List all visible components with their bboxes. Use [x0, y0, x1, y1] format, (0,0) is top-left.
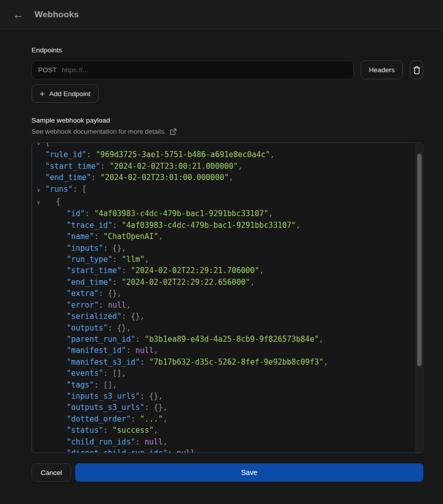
add-endpoint-label: Add Endpoint: [49, 90, 90, 98]
code-line[interactable]: "extra": {},: [32, 288, 415, 299]
headers-button[interactable]: Headers: [361, 61, 403, 79]
code-line[interactable]: "inputs": {},: [32, 243, 415, 254]
code-text: "parent_run_id": "b3b1ea89-e43d-4a25-8cb…: [45, 334, 324, 345]
fold-chevron-icon[interactable]: ∨: [32, 197, 45, 208]
code-text: "name": "ChatOpenAI",: [45, 231, 163, 242]
http-method-label: POST: [38, 66, 57, 74]
code-line[interactable]: ∨{: [32, 142, 415, 149]
code-line[interactable]: "child_run_ids": null,: [32, 436, 415, 448]
code-text: "events": [],: [45, 368, 126, 379]
webhook-docs-link-label: See webhook documentation for more detai…: [31, 128, 166, 135]
code-text: "manifest_s3_id": "7b17b632-d35c-5262-8f…: [45, 357, 328, 368]
header: ← Webhooks: [0, 0, 443, 29]
code-text: "rule_id": "969d3725-3ae1-5751-b486-a691…: [45, 149, 275, 160]
delete-endpoint-button[interactable]: [410, 61, 423, 79]
payload-code-editor[interactable]: ∨{"rule_id": "969d3725-3ae1-5751-b486-a6…: [31, 142, 423, 453]
code-text: "status": "success",: [45, 425, 159, 436]
code-text: "inputs_s3_urls": {},: [45, 391, 163, 402]
code-line[interactable]: "end_time": "2024-02-02T22:29:22.656000"…: [32, 277, 415, 288]
add-endpoint-button[interactable]: + Add Endpoint: [31, 84, 99, 103]
code-line[interactable]: "inputs_s3_urls": {},: [32, 391, 415, 402]
code-line[interactable]: "outputs": {},: [32, 322, 415, 334]
code-line[interactable]: "outputs_s3_urls": {},: [32, 402, 415, 413]
code-line[interactable]: "error": null,: [32, 300, 415, 311]
code-text: "id": "4af03983-c4dc-479b-bac1-9291bbc33…: [45, 208, 273, 219]
main-content: Endpoints POST Headers + Add Endpoint Sa…: [0, 46, 443, 482]
endpoint-url-input[interactable]: [62, 66, 347, 74]
code-text: "serialized": {},: [45, 311, 145, 322]
code-line[interactable]: "parent_run_id": "b3b1ea89-e43d-4a25-8cb…: [32, 334, 415, 345]
code-text: "trace_id": "4af03983-c4dc-479b-bac1-929…: [45, 220, 301, 231]
code-text: "tags": [],: [45, 379, 117, 391]
code-line[interactable]: "end_time": "2024-02-02T23:01:00.000000"…: [32, 172, 415, 183]
back-button[interactable]: ←: [11, 8, 25, 22]
code-lines: ∨{"rule_id": "969d3725-3ae1-5751-b486-a6…: [32, 142, 423, 453]
code-line[interactable]: "trace_id": "4af03983-c4dc-479b-bac1-929…: [32, 220, 415, 231]
code-text: "outputs": {},: [45, 322, 131, 334]
code-line[interactable]: "dotted_order": "...",: [32, 413, 415, 425]
save-button[interactable]: Save: [75, 463, 423, 482]
code-text: "error": null,: [45, 300, 131, 311]
code-text: "start_time": "2024-02-02T22:29:21.70600…: [45, 265, 264, 276]
code-text: "extra": {},: [45, 288, 121, 299]
trash-icon: [413, 66, 421, 75]
code-line[interactable]: "start_time": "2024-02-02T23:00:21.00000…: [32, 161, 415, 172]
code-text: "end_time": "2024-02-02T23:01:00.000000"…: [45, 172, 233, 183]
code-text: "start_time": "2024-02-02T23:00:21.00000…: [45, 161, 242, 172]
code-line[interactable]: "tags": [],: [32, 379, 415, 391]
code-text: "direct_child_run_ids": null: [45, 448, 195, 453]
footer-actions: Cancel Save: [31, 463, 423, 482]
code-line[interactable]: "run_type": "llm",: [32, 254, 415, 265]
code-line[interactable]: "rule_id": "969d3725-3ae1-5751-b486-a691…: [32, 149, 415, 160]
external-link-icon: [170, 128, 177, 135]
fold-chevron-icon[interactable]: ∨: [32, 185, 45, 196]
endpoint-row: POST Headers: [31, 61, 423, 79]
code-text: "end_time": "2024-02-02T22:29:22.656000"…: [45, 277, 255, 288]
code-text: "runs": [: [45, 184, 86, 195]
editor-scrollbar-track[interactable]: [416, 143, 422, 452]
code-text: {: [45, 196, 60, 207]
fold-chevron-icon[interactable]: ∨: [32, 142, 45, 149]
code-line[interactable]: "start_time": "2024-02-02T22:29:21.70600…: [32, 265, 415, 276]
code-text: "child_run_ids": null,: [45, 436, 168, 448]
code-line[interactable]: "manifest_s3_id": "7b17b632-d35c-5262-8f…: [32, 357, 415, 368]
code-line[interactable]: "name": "ChatOpenAI",: [32, 231, 415, 242]
code-text: "outputs_s3_urls": {},: [45, 402, 168, 413]
code-text: {: [45, 142, 50, 148]
code-line[interactable]: "status": "success",: [32, 425, 415, 436]
endpoints-label: Endpoints: [31, 46, 423, 54]
code-line[interactable]: "manifest_id": null,: [32, 345, 415, 356]
editor-scrollbar-thumb[interactable]: [417, 154, 422, 366]
code-line[interactable]: "id": "4af03983-c4dc-479b-bac1-9291bbc33…: [32, 208, 415, 219]
code-line[interactable]: "serialized": {},: [32, 311, 415, 322]
payload-title: Sample webhook payload: [31, 116, 423, 124]
code-line[interactable]: "events": [],: [32, 368, 415, 379]
code-text: "run_type": "llm",: [45, 254, 149, 265]
code-line[interactable]: ∨"runs": [: [32, 184, 415, 196]
endpoint-url-field[interactable]: POST: [31, 61, 354, 79]
page-title: Webhooks: [35, 10, 79, 20]
code-text: "dotted_order": "...",: [45, 413, 168, 425]
plus-icon: +: [40, 90, 45, 98]
code-text: "manifest_id": null,: [45, 345, 159, 356]
webhook-docs-link[interactable]: See webhook documentation for more detai…: [31, 128, 177, 135]
cancel-button[interactable]: Cancel: [31, 463, 71, 482]
arrow-left-icon: ←: [13, 9, 24, 21]
code-line[interactable]: "direct_child_run_ids": null: [32, 448, 415, 453]
code-text: "inputs": {},: [45, 243, 126, 254]
code-line[interactable]: ∨{: [32, 196, 415, 208]
